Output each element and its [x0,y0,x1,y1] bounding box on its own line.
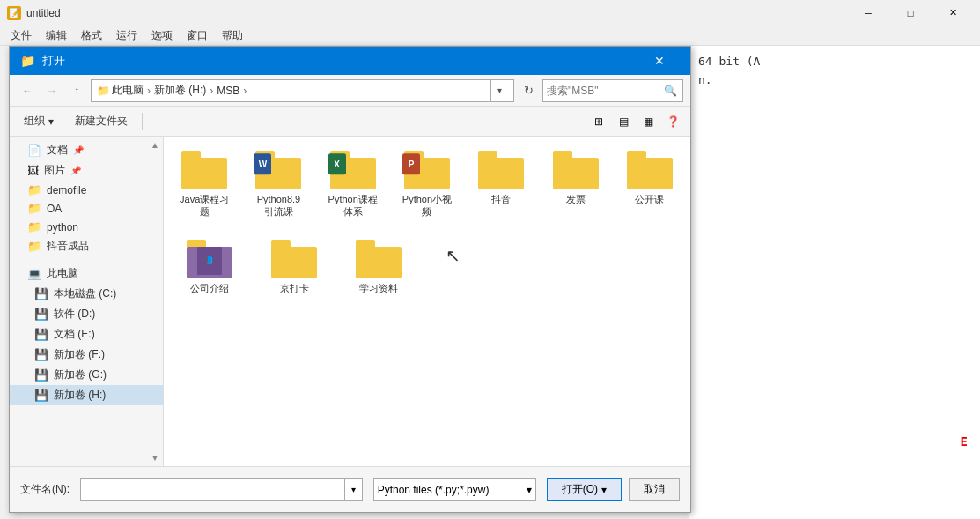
pin-icon-2: 📌 [70,166,81,175]
file-item-pythonvideo[interactable]: P Python小视频 [397,147,457,222]
view-grid-button[interactable]: ⊞ [588,111,609,132]
file-pythoncourse-label: Python课程体系 [327,193,379,219]
search-box[interactable]: 🔍 [542,79,683,102]
open-button[interactable]: 打开(O) ▾ [547,478,622,501]
app-icon: 📝 [7,6,21,20]
scroll-down-arrow[interactable]: ▼ [151,453,159,463]
filename-input[interactable] [81,484,344,496]
filename-input-box: ▾ [80,478,363,501]
file-java-label: Java课程习题 [178,193,231,219]
sidebar-item-oa[interactable]: 📁 OA [10,199,163,218]
sidebar-item-python[interactable]: 📁 python [10,218,163,236]
new-folder-button[interactable]: 新建文件夹 [68,110,135,133]
file-item-studymaterial[interactable]: 学习资料 [343,236,414,298]
bg-red-text: E [961,434,968,449]
menu-run[interactable]: 运行 [109,26,144,45]
organize-button[interactable]: 组织 ▾ [17,110,61,133]
path-separator-1: › [147,85,151,97]
cancel-button[interactable]: 取消 [629,478,680,501]
sidebar-item-h[interactable]: 💾 新加卷 (H:) [10,385,163,405]
filetype-label: Python files (*.py;*.pyw) [378,484,490,496]
book-overlay: 📘 [197,247,222,275]
sidebar-label-python: python [47,221,78,234]
folder-pythoncourse-icon: X [330,151,376,189]
sidebar-item-douyin[interactable]: 📁 抖音成品 [10,236,163,256]
sidebar-label-pictures: 图片 [44,163,65,178]
folder-icon: 📁 [97,85,110,97]
forward-button[interactable]: → [41,80,63,101]
content-area: 📄 文档 📌 🖼 图片 📌 📁 demofile 📁 OA 📁 python [10,137,690,466]
file-item-company[interactable]: 📘 公司介绍 [174,236,245,298]
sidebar-item-c[interactable]: 💾 本地磁盘 (C:) [10,284,163,304]
address-input-box[interactable]: 📁 此电脑 › 新加卷 (H:) › MSB › ▾ [91,79,514,102]
toolbar: 组织 ▾ 新建文件夹 ⊞ ▤ ▦ ❓ [10,107,690,137]
file-item-python89[interactable]: W Python8.9引流课 [248,147,308,222]
help-button[interactable]: ❓ [662,111,683,132]
sidebar-item-f[interactable]: 💾 新加卷 (F:) [10,345,163,365]
file-item-jingdaka[interactable]: 京打卡 [259,236,329,298]
dialog-close-button[interactable]: ✕ [639,47,680,75]
filetype-select[interactable]: Python files (*.py;*.pyw) ▾ [373,478,536,501]
view-details-button[interactable]: ▦ [637,111,659,132]
sidebar: 📄 文档 📌 🖼 图片 📌 📁 demofile 📁 OA 📁 python [10,137,164,466]
back-button[interactable]: ← [17,80,38,101]
sidebar-label-e: 文档 (E:) [54,327,95,342]
path-computer: 📁 此电脑 [97,83,144,98]
menu-help[interactable]: 帮助 [215,26,250,45]
folder-company-icon: 📘 [187,240,232,278]
dialog-title-text: 打开 [42,53,639,69]
menu-window[interactable]: 窗口 [180,26,215,45]
cursor-arrow: ↖ [446,245,461,298]
sidebar-item-thispc[interactable]: 💻 此电脑 [10,263,163,284]
file-item-pythoncourse[interactable]: X Python课程体系 [323,147,383,222]
minimize-button[interactable]: ─ [848,0,888,26]
sidebar-item-e[interactable]: 💾 文档 (E:) [10,324,163,345]
path-separator-3: › [243,85,247,97]
sidebar-label-h: 新加卷 (H:) [54,388,106,403]
toolbar-separator [142,113,143,130]
scroll-up-arrow[interactable]: ▲ [151,140,159,150]
search-input[interactable] [547,85,661,97]
close-button[interactable]: ✕ [932,0,973,26]
menu-file[interactable]: 文件 [4,26,39,45]
window-title: untitled [26,7,848,19]
picture-icon: 🖼 [27,164,39,177]
powerpoint-overlay-icon: P [402,153,420,174]
folder-invoice-icon [553,151,599,189]
search-icon[interactable]: 🔍 [661,82,679,100]
maximize-button[interactable]: □ [890,0,931,26]
file-company-label: 公司介绍 [190,282,229,294]
file-item-publiccourse[interactable]: 公开课 [620,147,680,222]
drive-icon-c: 💾 [34,287,48,300]
view-list-button[interactable]: ▤ [613,111,634,132]
new-folder-label: 新建文件夹 [75,114,128,129]
drive-icon-h: 💾 [34,389,48,402]
dialog-folder-icon: 📁 [20,54,35,68]
sidebar-item-demofile[interactable]: 📁 demofile [10,181,163,199]
sidebar-label-oa: OA [47,203,62,215]
title-bar: 📝 untitled ─ □ ✕ [0,0,980,26]
menu-options[interactable]: 选项 [144,26,180,45]
sidebar-item-pictures[interactable]: 🖼 图片 📌 [10,160,163,181]
sidebar-item-documents[interactable]: 📄 文档 📌 [10,140,163,160]
up-button[interactable]: ↑ [66,80,87,101]
file-studymaterial-label: 学习资料 [359,282,398,294]
menu-format[interactable]: 格式 [74,26,109,45]
sidebar-label-thispc: 此电脑 [47,266,78,281]
file-item-douyin[interactable]: 抖音 [471,147,531,222]
file-pythonvideo-label: Python小视频 [401,193,453,219]
bg-text-line2: n. [698,73,971,86]
file-item-java[interactable]: Java课程习题 [174,147,234,222]
menu-edit[interactable]: 编辑 [39,26,74,45]
file-item-invoice[interactable]: 发票 [545,147,605,222]
sidebar-item-g[interactable]: 💾 新加卷 (G:) [10,365,163,385]
organize-label: 组织 [24,114,45,129]
address-dropdown-button[interactable]: ▾ [490,79,508,102]
refresh-button[interactable]: ↻ [518,80,539,101]
file-jingdaka-label: 京打卡 [280,282,309,294]
file-row-1: Java课程习题 W Python8.9引流课 X [174,147,680,222]
sidebar-item-d[interactable]: 💾 软件 (D:) [10,304,163,324]
pin-icon: 📌 [73,145,84,155]
drive-icon-e: 💾 [34,328,48,341]
filename-dropdown-button[interactable]: ▾ [344,478,362,501]
